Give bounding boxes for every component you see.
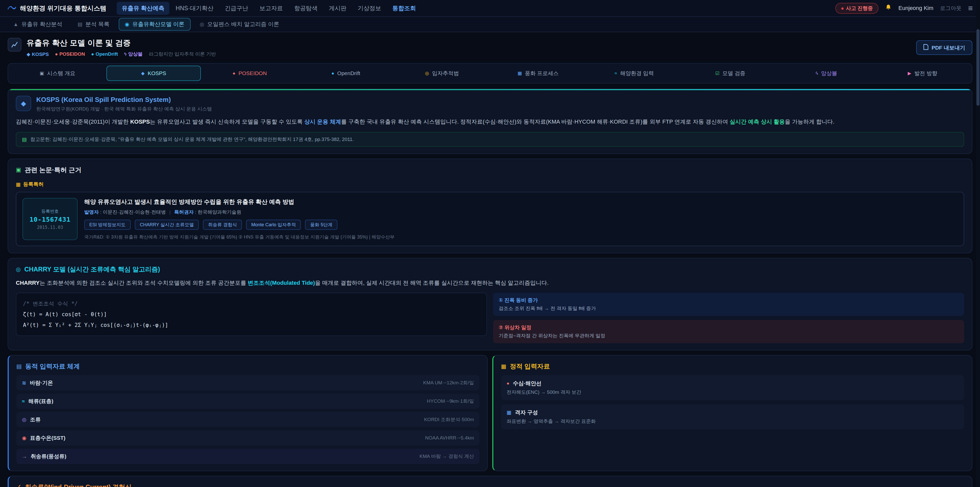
charry-note-phase: ② 위상차 일정 기준점~격자점 간 위상차는 진폭에 무관하게 일정 — [493, 320, 964, 343]
page-title: 유출유 확산 모델 이론 및 검증 — [27, 38, 216, 48]
nav-board[interactable]: 게시판 — [324, 2, 352, 15]
pill-weathering-process[interactable]: ▦풍화 프로세스 — [491, 65, 585, 81]
chart-bar-icon: ▤ — [16, 363, 22, 370]
row-surface-current: ≈해류(표층) HYCOM·~9km·1회/일 — [16, 394, 479, 409]
charry-grid: /* 변조조석 수식 */ ζ(t) = A(t) cos[σt - θ(t)]… — [16, 293, 964, 343]
tab-oil-fence-algorithm-theory[interactable]: ◎오일펜스 배치 알고리즘 이론 — [194, 18, 286, 30]
folder-icon: ▦ — [501, 363, 506, 370]
pill-poseidon[interactable]: ●POSEIDON — [202, 65, 297, 81]
pin-icon: ● — [507, 381, 509, 386]
nav-weather[interactable]: 기상정보 — [353, 2, 387, 15]
hamburger-menu-icon[interactable]: ≡ — [968, 4, 973, 12]
page-subtitle: 라그랑지안 입자추적 이론 기반 — [149, 51, 216, 57]
kosps-diamond-icon: ◆ — [16, 96, 31, 111]
static-inputs-card: ▦ 정적 입력자료 ●수심·해안선 전자해도(ENC) → 500m 격자 보간… — [492, 355, 972, 471]
pdf-export-button[interactable]: PDF 내보내기 — [916, 40, 972, 55]
user-name[interactable]: Eunjeong Kim — [898, 5, 933, 11]
nav-integrated-search[interactable]: 통합조회 — [387, 2, 421, 15]
pill-future-direction[interactable]: ▶발전 방향 — [875, 65, 970, 81]
nav-hns-atmosphere[interactable]: HNS·대기확산 — [170, 2, 218, 15]
wave-icon: ≈ — [22, 398, 25, 404]
swirl-icon: ◎ — [22, 417, 26, 423]
brand-title: 해양환경 위기대응 통합시스템 — [20, 4, 107, 13]
pill-ocean-env-input[interactable]: ≈해양환경 입력 — [587, 65, 682, 81]
row-grid-construction: ▦격자 구성 좌표변환 → 영역추출 → 격자보간 표준화 — [501, 404, 964, 429]
monitor-icon: ▣ — [40, 70, 44, 76]
patent-registration-box: 등록번호 10-1567431 2015.11.03 — [22, 198, 78, 240]
books-icon: ▣ — [16, 166, 21, 173]
patent-title: 해양 유류오염사고 발생시 효율적인 방제방안 수립을 위한 유출유 확산 예측… — [84, 198, 958, 206]
patent-footnote: 국가R&D: ① 3차원 유출유 확산예측 기반 방제 지원기술 개발 (기여율… — [84, 234, 958, 240]
app-brand[interactable]: 해양환경 위기대응 통합시스템 — [7, 4, 107, 13]
row-sst: ◉표층수온(SST) NOAA AVHRR·~5.4km — [16, 430, 479, 445]
nav-emergency-rescue[interactable]: 긴급구난 — [220, 2, 253, 15]
tag-charry-model[interactable]: CHARRY 실시간 조류모델 — [135, 220, 199, 230]
badge-kosps: ◆KOSPS — [27, 51, 49, 57]
static-input-rows: ●수심·해안선 전자해도(ENC) → 500m 격자 보간 ▦격자 구성 좌표… — [501, 375, 964, 429]
tag-esi-map[interactable]: ESI 방제정보지도 — [84, 220, 130, 230]
kosps-reference: ▤ 참고문헌: 김혜진·이문진·오세웅·강준묵, "유출유 확산 예측 모델의 … — [16, 132, 964, 147]
tab-analysis-list[interactable]: ▤분석 목록 — [72, 18, 116, 30]
document-icon — [923, 44, 928, 51]
pill-kosps[interactable]: ◆KOSPS — [107, 65, 201, 81]
check-icon: ☑ — [715, 70, 719, 76]
charry-note-amplitude: ① 진폭 동비 증가 검조소 조위 진폭 f배 → 전 격자 동일 f배 증가 — [493, 293, 964, 316]
kosps-subtitle: 한국해양연구원(KORDI) 개발 · 한국 해역 특화 유출유 확산 예측 상… — [36, 106, 212, 112]
row-wind-driven-current: →취송류(풍성류) KMA 바람 → 경험식 계산 — [16, 449, 479, 464]
tag-monte-carlo[interactable]: Monte Carlo 입자추적 — [246, 220, 301, 230]
charry-formula-code: /* 변조조석 수식 */ ζ(t) = A(t) cos[σt - θ(t)]… — [16, 293, 487, 336]
angle-ruler-icon: ∠ — [16, 484, 21, 487]
diamond-icon: ◆ — [141, 70, 145, 76]
topbar-right: ●사고 진행중 Eunjeong Kim 로그아웃 ≡ — [835, 3, 973, 14]
reg-number-label: 등록번호 — [41, 208, 59, 214]
nav-oil-spill-prediction[interactable]: 유출유 확산예측 — [117, 2, 169, 15]
logout-button[interactable]: 로그아웃 — [940, 5, 961, 12]
tag-wdc-formula[interactable]: 취송류 경험식 — [203, 220, 242, 230]
row-bathymetry-coastline: ●수심·해안선 전자해도(ENC) → 500m 격자 보간 — [501, 375, 964, 400]
dot-icon: ◉ — [125, 21, 129, 27]
wind-icon: ≋ — [22, 380, 26, 386]
scrollbar-track[interactable] — [976, 0, 980, 487]
input-data-columns: ▤ 동적 입력자료 체계 ≋바람·기온 KMA UM·~12km·2회/일 ≈해… — [8, 355, 972, 471]
row-wind-temp: ≋바람·기온 KMA UM·~12km·2회/일 — [16, 375, 479, 390]
lightning-icon: ϟ — [816, 71, 818, 76]
registered-patent-badge: ▦ 등록특허 — [16, 181, 44, 188]
tab-diffusion-model-theory[interactable]: ◉유출유확산모델 이론 — [119, 18, 191, 30]
patent-card: ▣ 관련 논문·특허 근거 ▦ 등록특허 등록번호 10-1567431 201… — [8, 158, 972, 254]
tab-diffusion-analysis[interactable]: ▲유출유 확산분석 — [7, 18, 68, 30]
kosps-header: ◆ KOSPS (Korea Oil Spill Prediction Syst… — [16, 96, 964, 112]
notification-bell-icon[interactable] — [885, 3, 892, 13]
charry-card: ◎ CHARRY 모델 (실시간 조류예측 핵심 알고리즘) CHARRY는 조… — [8, 258, 972, 350]
pill-ensemble[interactable]: ϟ앙상블 — [779, 65, 874, 81]
nav-reports[interactable]: 보고자료 — [255, 2, 288, 15]
wave-icon: ≈ — [614, 71, 617, 76]
incident-status-badge[interactable]: ●사고 진행중 — [835, 3, 879, 14]
pill-model-validation[interactable]: ☑모델 검증 — [683, 65, 778, 81]
page-chart-icon — [8, 38, 21, 51]
list-icon: ▤ — [78, 21, 83, 27]
wdc-title: ∠ 취송류(Wind-Driven Current) 경험식 — [16, 483, 964, 487]
pill-opendrift[interactable]: ●OpenDrift — [299, 65, 393, 81]
pill-system-overview[interactable]: ▣시스템 개요 — [10, 65, 105, 81]
patent-detail: 해양 유류오염사고 발생시 효율적인 방제방안 수립을 위한 유출유 확산 예측… — [84, 198, 958, 240]
patent-item: 등록번호 10-1567431 2015.11.03 해양 유류오염사고 발생시… — [16, 192, 964, 246]
charry-description: CHARRY는 조화분석에 의한 검조소 실시간 조위와 조석 수치모델링에 의… — [16, 278, 964, 287]
pill-particle-tracking[interactable]: ◎입자추적법 — [395, 65, 489, 81]
main-nav: 유출유 확산예측 HNS·대기확산 긴급구난 보고자료 항공탐색 게시판 기상정… — [117, 2, 421, 15]
sub-tab-bar: ▲유출유 확산분석 ▤분석 목록 ◉유출유확산모델 이론 ◎오일펜스 배치 알고… — [0, 17, 980, 32]
charry-title: ◎ CHARRY 모델 (실시간 조류예측 핵심 알고리즘) — [16, 265, 964, 273]
dot-icon: ● — [233, 71, 235, 76]
nav-aerial-search[interactable]: 항공탐색 — [289, 2, 323, 15]
chart-icon: ▲ — [13, 21, 18, 27]
incident-dot-icon: ● — [841, 5, 844, 11]
badge-poseidon: ●POSEIDON — [55, 51, 85, 57]
dot-icon: ● — [331, 71, 334, 76]
patent-tags: ESI 방제정보지도 CHARRY 실시간 조류모델 취송류 경험식 Monte… — [84, 220, 958, 230]
lightning-icon: ϟ — [124, 51, 127, 57]
top-bar: 해양환경 위기대응 통합시스템 유출유 확산예측 HNS·대기확산 긴급구난 보… — [0, 0, 980, 17]
scrollbar-thumb[interactable] — [977, 29, 980, 106]
grid-icon: ▦ — [517, 70, 522, 76]
reg-date: 2015.11.03 — [37, 225, 63, 230]
tag-weathering-5[interactable]: 풍화 5단계 — [305, 220, 337, 230]
reg-number-value[interactable]: 10-1567431 — [30, 216, 71, 223]
